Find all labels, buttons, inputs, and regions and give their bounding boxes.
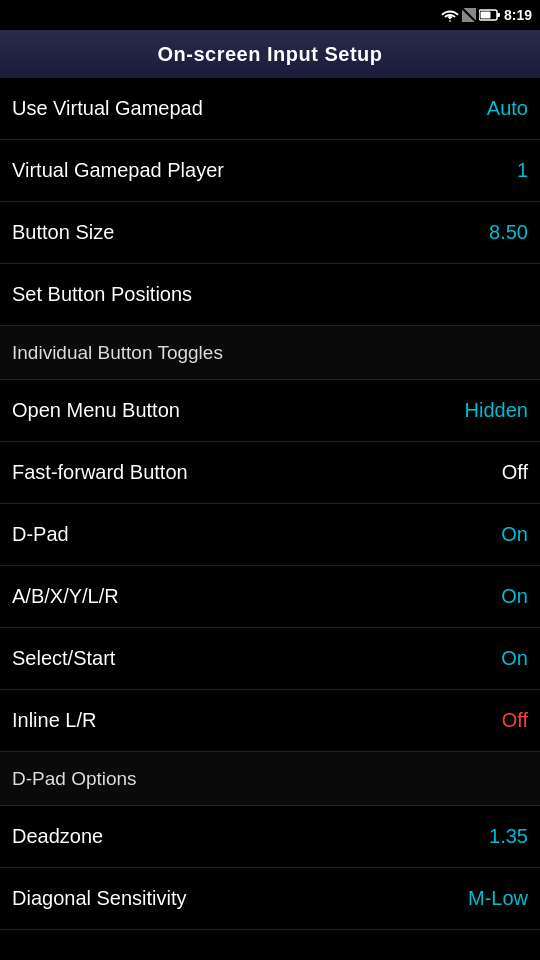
settings-item-individual-button-toggles: Individual Button Toggles [0,326,540,380]
battery-icon [479,9,501,21]
item-value-use-virtual-gamepad: Auto [487,97,528,120]
item-value-open-menu-button: Hidden [465,399,528,422]
status-bar: 8:19 [0,0,540,30]
item-label-set-button-positions: Set Button Positions [12,283,528,306]
settings-item-abxylr[interactable]: A/B/X/Y/L/ROn [0,566,540,628]
settings-item-deadzone[interactable]: Deadzone1.35 [0,806,540,868]
item-value-fast-forward-button: Off [502,461,528,484]
settings-item-fast-forward-button[interactable]: Fast-forward ButtonOff [0,442,540,504]
item-value-button-size: 8.50 [489,221,528,244]
status-time: 8:19 [504,7,532,23]
item-value-deadzone: 1.35 [489,825,528,848]
item-label-button-size: Button Size [12,221,489,244]
item-label-open-menu-button: Open Menu Button [12,399,465,422]
item-value-inline-lr: Off [502,709,528,732]
item-label-inline-lr: Inline L/R [12,709,502,732]
svg-rect-3 [480,12,490,19]
signal-icon [462,8,476,22]
item-value-virtual-gamepad-player: 1 [517,159,528,182]
item-value-d-pad: On [501,523,528,546]
item-label-diagonal-sensitivity: Diagonal Sensitivity [12,887,468,910]
item-value-diagonal-sensitivity: M-Low [468,887,528,910]
page-title: On-screen Input Setup [158,43,383,66]
item-label-virtual-gamepad-player: Virtual Gamepad Player [12,159,517,182]
status-icons: 8:19 [441,7,532,23]
settings-item-button-size[interactable]: Button Size8.50 [0,202,540,264]
settings-item-select-start[interactable]: Select/StartOn [0,628,540,690]
item-label-fast-forward-button: Fast-forward Button [12,461,502,484]
item-label-d-pad-options: D-Pad Options [12,768,528,790]
settings-item-set-button-positions[interactable]: Set Button Positions [0,264,540,326]
settings-item-virtual-gamepad-player[interactable]: Virtual Gamepad Player1 [0,140,540,202]
settings-item-d-pad[interactable]: D-PadOn [0,504,540,566]
item-label-deadzone: Deadzone [12,825,489,848]
item-label-individual-button-toggles: Individual Button Toggles [12,342,528,364]
item-label-use-virtual-gamepad: Use Virtual Gamepad [12,97,487,120]
item-value-select-start: On [501,647,528,670]
settings-item-inline-lr[interactable]: Inline L/ROff [0,690,540,752]
item-label-d-pad: D-Pad [12,523,501,546]
item-label-abxylr: A/B/X/Y/L/R [12,585,501,608]
wifi-icon [441,8,459,22]
item-value-abxylr: On [501,585,528,608]
settings-item-open-menu-button[interactable]: Open Menu ButtonHidden [0,380,540,442]
item-label-select-start: Select/Start [12,647,501,670]
settings-item-d-pad-options: D-Pad Options [0,752,540,806]
svg-rect-4 [497,13,500,17]
settings-list: Use Virtual GamepadAutoVirtual Gamepad P… [0,78,540,930]
title-bar: On-screen Input Setup [0,30,540,78]
settings-item-diagonal-sensitivity[interactable]: Diagonal SensitivityM-Low [0,868,540,930]
settings-item-use-virtual-gamepad[interactable]: Use Virtual GamepadAuto [0,78,540,140]
